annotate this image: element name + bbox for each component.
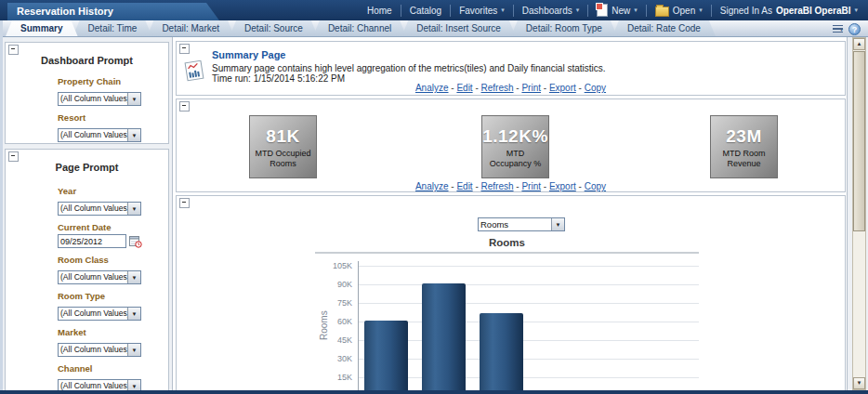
refresh-link[interactable]: Refresh — [481, 83, 514, 93]
menu-home[interactable]: Home — [359, 6, 401, 16]
signed-in-menu[interactable]: Signed In AsOperaBI OperaBI▾ — [712, 6, 866, 16]
property-chain-select[interactable]: (All Column Values) ▼ — [58, 92, 141, 106]
export-link[interactable]: Export — [549, 181, 576, 191]
collapse-section-icon[interactable] — [8, 151, 19, 162]
market-label: Market — [58, 327, 168, 337]
dropdown-arrow-icon[interactable]: ▼ — [127, 344, 140, 356]
chart-bar — [364, 321, 408, 391]
tab-summary[interactable]: Summary — [6, 20, 78, 36]
chart-gridline — [359, 266, 699, 267]
copy-link[interactable]: Copy — [585, 181, 606, 191]
print-link[interactable]: Print — [521, 83, 541, 93]
tile-mtd-occupancy: 1.12K% MTD Occupancy % — [481, 115, 549, 178]
refresh-link[interactable]: Refresh — [481, 181, 514, 191]
edit-link[interactable]: Edit — [456, 83, 472, 93]
collapse-section-icon[interactable] — [179, 101, 190, 112]
report-action-links: AnalyzeEditRefreshPrintExportCopy — [177, 181, 845, 191]
chevron-down-icon: ▾ — [699, 7, 703, 14]
page-prompt-panel: Page Prompt Year (All Column Values) ▼ C… — [5, 149, 169, 391]
window-bottom-edge — [0, 390, 868, 394]
dashboard-page-tab[interactable]: Reservation History — [7, 3, 219, 20]
dropdown-arrow-icon[interactable]: ▼ — [127, 271, 140, 283]
dropdown-arrow-icon[interactable]: ▼ — [127, 129, 140, 141]
summary-page-section: Summary Page Summary page contains high … — [176, 41, 846, 96]
tab-detail-market[interactable]: Detail: Market — [147, 20, 234, 36]
tab-detail-insert-source[interactable]: Detail: Insert Source — [401, 20, 516, 36]
chart-bar — [480, 313, 523, 391]
menu-new[interactable]: New▾ — [588, 4, 646, 17]
chart-section: Rooms ▼ Rooms Rooms 105K90K75K60K45K30K1… — [176, 195, 846, 391]
chart-y-tick-label: 105K — [315, 261, 352, 270]
tile-value: 1.12K% — [482, 126, 548, 147]
collapse-section-icon[interactable] — [8, 45, 19, 55]
chart-plot: 105K90K75K60K45K30K15K — [315, 254, 699, 391]
dashboard-title: Reservation History — [17, 6, 113, 17]
chart-y-tick-label: 30K — [315, 354, 352, 363]
dashboard-prompt-panel: Dashboard Prompt Property Chain (All Col… — [5, 42, 169, 144]
print-link[interactable]: Print — [521, 181, 541, 191]
chart-y-tick-label: 90K — [315, 280, 352, 289]
current-date-label: Current Date — [58, 222, 168, 232]
summary-page-title: Summary Page — [212, 49, 285, 60]
scroll-down-arrow[interactable]: ▼ — [853, 377, 865, 389]
channel-label: Channel — [58, 363, 168, 374]
menu-favorites[interactable]: Favorites▾ — [451, 6, 513, 16]
report-action-links: AnalyzeEditRefreshPrintExportCopy — [177, 83, 845, 93]
copy-link[interactable]: Copy — [585, 83, 606, 93]
collapse-section-icon[interactable] — [179, 198, 190, 208]
sidebar-splitter[interactable] — [172, 37, 173, 390]
resort-select[interactable]: (All Column Values) ▼ — [58, 128, 141, 142]
dropdown-arrow-icon[interactable]: ▼ — [127, 203, 140, 215]
room-type-select[interactable]: (All Column Values) ▼ — [58, 307, 141, 321]
report-icon — [182, 60, 207, 82]
chart-y-tick-label: 15K — [315, 373, 352, 382]
tab-detail-time[interactable]: Detail: Time — [73, 20, 152, 36]
vertical-scrollbar[interactable]: ▲ ▼ — [852, 37, 866, 390]
export-link[interactable]: Export — [549, 83, 576, 93]
application-window: Reservation History Home Catalog Favorit… — [0, 0, 868, 394]
tile-mtd-occupied-rooms: 81K MTD Occupied Rooms — [249, 115, 317, 178]
calendar-icon[interactable] — [129, 235, 142, 248]
chevron-down-icon: ▾ — [634, 7, 638, 14]
page-options-icon[interactable]: ▾ — [833, 25, 843, 33]
new-document-icon — [597, 4, 608, 17]
analyze-link[interactable]: Analyze — [415, 83, 449, 93]
room-class-select[interactable]: (All Column Values) ▼ — [58, 270, 141, 284]
room-type-label: Room Type — [58, 291, 168, 301]
chart-y-tick-label: 45K — [315, 335, 352, 345]
edit-link[interactable]: Edit — [456, 181, 472, 191]
page-tabs-bar: Summary Detail: Time Detail: Market Deta… — [0, 20, 868, 37]
chart-gridline — [359, 340, 699, 341]
room-class-label: Room Class — [58, 255, 168, 265]
metric-tiles-section: 81K MTD Occupied Rooms 1.12K% MTD Occupa… — [176, 98, 846, 192]
window-left-edge — [0, 20, 3, 390]
tab-detail-room-type[interactable]: Detail: Room Type — [511, 20, 617, 36]
scroll-up-arrow[interactable]: ▲ — [853, 38, 865, 50]
dashboard-prompt-title: Dashboard Prompt — [6, 55, 168, 66]
dropdown-arrow-icon[interactable]: ▼ — [127, 308, 140, 320]
tab-detail-rate-code[interactable]: Detail: Rate Code — [612, 20, 716, 36]
year-select[interactable]: (All Column Values) ▼ — [58, 202, 141, 216]
chevron-down-icon: ▾ — [501, 7, 505, 14]
help-icon[interactable]: ? — [848, 23, 861, 35]
chart-gridline — [359, 284, 699, 285]
chart-title: Rooms — [315, 237, 699, 248]
analyze-link[interactable]: Analyze — [415, 181, 449, 191]
metric-selector[interactable]: Rooms ▼ — [478, 217, 565, 231]
chevron-down-icon: ▾ — [576, 7, 580, 14]
open-folder-icon — [655, 7, 669, 17]
tab-detail-source[interactable]: Detail: Source — [230, 20, 318, 36]
chart-y-axis-line — [358, 261, 359, 391]
dropdown-arrow-icon[interactable]: ▼ — [551, 218, 564, 230]
menu-open[interactable]: Open▾ — [647, 5, 711, 17]
tab-detail-channel[interactable]: Detail: Channel — [313, 20, 406, 36]
market-select[interactable]: (All Column Values) ▼ — [58, 343, 141, 357]
collapse-section-icon[interactable] — [179, 44, 190, 54]
scrollbar-thumb[interactable] — [853, 51, 865, 231]
dropdown-arrow-icon[interactable]: ▼ — [127, 93, 140, 105]
tile-label: MTD Occupied Rooms — [254, 149, 313, 168]
menu-catalog[interactable]: Catalog — [401, 6, 450, 16]
page-prompt-title: Page Prompt — [6, 162, 168, 173]
current-date-input[interactable] — [58, 234, 126, 248]
menu-dashboards[interactable]: Dashboards▾ — [514, 6, 587, 16]
